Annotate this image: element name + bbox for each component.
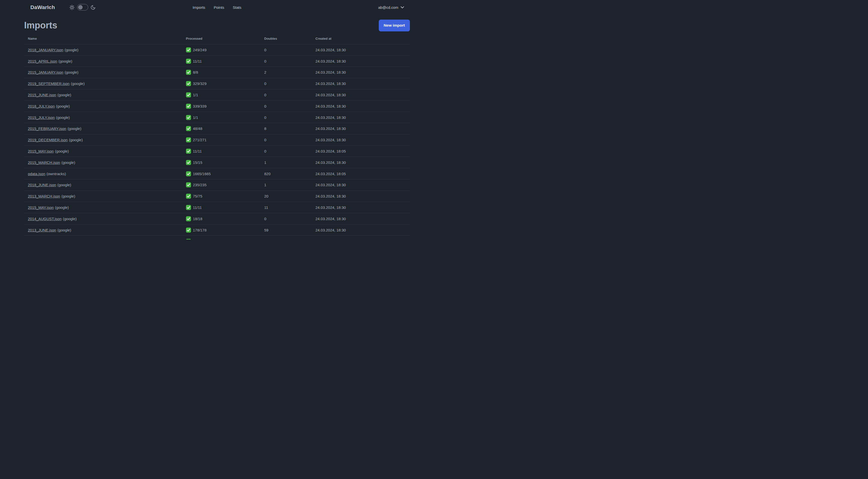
table-row: 2014_AUGUST.json(google) 18/18 0 24.03.2… <box>24 213 410 224</box>
doubles-count: 2 <box>260 67 312 78</box>
name-cell: 2015_MAY.json(google) <box>24 146 182 157</box>
app-logo[interactable]: DaWarIch <box>30 4 55 10</box>
doubles-count: 0 <box>260 100 312 112</box>
import-file-link[interactable]: 2015_JUNE.json <box>28 93 56 97</box>
processed-count: 48/48 <box>193 126 203 131</box>
table-row: 2018_JUNE.json(google) 235/235 1 24.03.2… <box>24 179 410 191</box>
success-check-icon <box>186 182 191 187</box>
import-source-label: (google) <box>58 183 71 187</box>
nav-link-imports[interactable]: Imports <box>193 5 205 9</box>
created-at-value: 24.03.2024, 18:30 <box>312 213 410 224</box>
import-file-link[interactable]: 2015_JULY.json <box>28 115 55 120</box>
processed-cell: 11/11 <box>182 56 260 67</box>
processed-count: 11/11 <box>193 149 202 153</box>
import-file-link[interactable]: 2014_AUGUST.json <box>28 217 62 221</box>
import-file-link[interactable]: odata.json <box>28 172 45 176</box>
table-row: 2018_JANUARY.json(google) 249/249 0 24.0… <box>24 44 410 56</box>
import-source-label: (google) <box>61 194 75 198</box>
name-cell: 2019_SEPTEMBER.json(google) <box>24 78 182 89</box>
import-file-link[interactable]: 2018_JANUARY.json <box>28 48 63 52</box>
table-row: 2015_APRIL.json(google) 11/11 0 24.03.20… <box>24 56 410 67</box>
import-file-link[interactable]: 2019_DECEMBER.json <box>28 138 68 142</box>
processed-count: 339/339 <box>193 104 207 108</box>
processed-cell: 11/11 <box>182 202 260 213</box>
name-cell: 2018_JANUARY.json(google) <box>24 44 182 56</box>
column-header-processed: Processed <box>182 33 260 44</box>
import-file-link[interactable]: 2013_MARCH.json <box>28 194 60 198</box>
doubles-count <box>260 236 312 239</box>
import-file-link[interactable]: 2013_JUNE.json <box>28 228 56 232</box>
imports-table: Name Processed Doubles Created at 2018_J… <box>24 33 410 239</box>
success-check-icon <box>186 193 191 199</box>
import-file-link[interactable]: 2015_JANUARY.json <box>28 70 63 74</box>
import-file-link[interactable]: 2015_MAY.json <box>28 149 54 153</box>
created-at-value: 24.03.2024, 18:30 <box>312 44 410 56</box>
processed-count: 1665/1665 <box>193 172 211 176</box>
user-menu[interactable]: ab@cd.com <box>378 5 404 9</box>
import-source-label: (google) <box>68 126 82 131</box>
doubles-count: 0 <box>260 134 312 146</box>
import-source-label: (owntracks) <box>46 172 66 176</box>
table-row: 2015_JANUARY.json(google) 8/8 2 24.03.20… <box>24 67 410 78</box>
import-file-link[interactable]: 2015_APRIL.json <box>28 59 57 63</box>
table-row: 2015_MAY.json(google) 11/11 11 24.03.202… <box>24 202 410 213</box>
created-at-value: 24.03.2024, 18:30 <box>312 202 410 213</box>
name-cell: 2018_JUNE.json(google) <box>24 179 182 191</box>
table-row: 2015_JUNE.json(google) 1/1 0 24.03.2024,… <box>24 89 410 100</box>
moon-icon <box>90 5 96 10</box>
column-header-name: Name <box>24 33 182 44</box>
processed-count: 178/178 <box>193 228 207 232</box>
processed-cell: 11/11 <box>182 146 260 157</box>
nav-link-stats[interactable]: Stats <box>233 5 241 9</box>
new-import-button[interactable]: New import <box>379 20 410 31</box>
processed-cell: 271/271 <box>182 134 260 146</box>
name-cell: 2015_MARCH.json(google) <box>24 157 182 168</box>
sun-icon <box>69 4 75 10</box>
processed-count: 271/271 <box>193 138 207 142</box>
import-file-link[interactable]: 2015_MARCH.json <box>28 160 60 164</box>
created-at-value: 24.03.2024, 18:30 <box>312 123 410 134</box>
created-at-value: 24.03.2024, 18:30 <box>312 89 410 100</box>
name-cell: 2015_JUNE.json(google) <box>24 89 182 100</box>
nav-link-points[interactable]: Points <box>214 5 224 9</box>
processed-count: 8/8 <box>193 70 198 74</box>
name-cell: 2018_JULY.json(google) <box>24 100 182 112</box>
processed-cell: 329/329 <box>182 78 260 89</box>
page-header: Imports New import <box>24 19 410 32</box>
name-cell: 2019_DECEMBER.json(google) <box>24 134 182 146</box>
success-check-icon <box>186 103 191 109</box>
success-check-icon <box>186 81 191 86</box>
created-at-value: 24.03.2024, 18:30 <box>312 112 410 123</box>
navbar: DaWarIch Imports Points Stats ab@cd.com <box>0 0 434 14</box>
import-file-link[interactable]: 2019_SEPTEMBER.json <box>28 82 69 86</box>
name-cell: 2015_APRIL.json(google) <box>24 56 182 67</box>
name-cell <box>24 236 182 239</box>
table-row: odata.json(owntracks) 1665/1665 820 24.0… <box>24 168 410 179</box>
table-row: 2015_MARCH.json(google) 15/15 1 24.03.20… <box>24 157 410 168</box>
success-check-icon <box>186 92 191 97</box>
doubles-count: 0 <box>260 89 312 100</box>
processed-cell <box>182 236 260 239</box>
doubles-count: 20 <box>260 190 312 202</box>
table-row: 2019_SEPTEMBER.json(google) 329/329 0 24… <box>24 78 410 89</box>
table-row: 2018_JULY.json(google) 339/339 0 24.03.2… <box>24 100 410 112</box>
import-file-link[interactable]: 2018_JULY.json <box>28 104 55 108</box>
import-file-link[interactable]: 2015_MAY.json <box>28 205 54 210</box>
success-check-icon <box>186 205 191 210</box>
page-title: Imports <box>24 20 57 31</box>
name-cell: 2013_MARCH.json(google) <box>24 190 182 202</box>
created-at-value: 24.03.2024, 18:30 <box>312 157 410 168</box>
import-source-label: (google) <box>55 205 69 210</box>
name-cell: 2015_JANUARY.json(google) <box>24 67 182 78</box>
theme-toggle[interactable] <box>77 4 88 10</box>
doubles-count: 820 <box>260 168 312 179</box>
doubles-count: 0 <box>260 56 312 67</box>
table-row: 2019_DECEMBER.json(google) 271/271 0 24.… <box>24 134 410 146</box>
success-check-icon <box>186 171 191 176</box>
processed-cell: 48/48 <box>182 123 260 134</box>
processed-count: 329/329 <box>193 82 207 86</box>
created-at-value: 24.03.2024, 18:30 <box>312 179 410 191</box>
table-row: 2013_JUNE.json(google) 178/178 59 24.03.… <box>24 224 410 236</box>
import-file-link[interactable]: 2015_FEBRUARY.json <box>28 126 66 131</box>
import-file-link[interactable]: 2018_JUNE.json <box>28 183 56 187</box>
